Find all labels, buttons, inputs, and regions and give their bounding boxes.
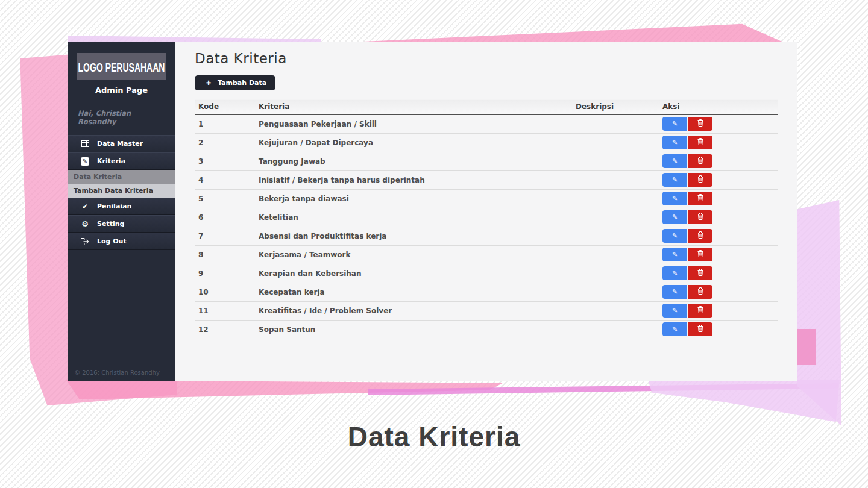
edit-button[interactable]: ✎ xyxy=(662,136,687,149)
pink-rect-right xyxy=(794,329,816,365)
cell-aksi: ✎ xyxy=(659,283,778,301)
trash-icon xyxy=(697,269,703,278)
cell-aksi: ✎ xyxy=(659,301,778,320)
pencil-icon: ✎ xyxy=(672,120,678,128)
sidebar-item-kriteria[interactable]: ✎Kriteria xyxy=(68,152,175,170)
edit-button[interactable]: ✎ xyxy=(662,154,687,168)
edit-button[interactable]: ✎ xyxy=(662,248,687,261)
cell-aksi: ✎ xyxy=(659,227,778,245)
cell-kode: 3 xyxy=(195,152,255,170)
trash-icon xyxy=(697,175,703,184)
sidebar-item-data-master[interactable]: Data Master xyxy=(68,135,175,152)
delete-button[interactable] xyxy=(688,154,712,168)
table-row: 3Tanggung Jawab✎ xyxy=(195,152,778,170)
tambah-data-label: Tambah Data xyxy=(218,79,266,87)
cell-deskripsi xyxy=(572,227,659,245)
edit-button[interactable]: ✎ xyxy=(662,210,687,224)
delete-button[interactable] xyxy=(688,322,712,336)
delete-button[interactable] xyxy=(688,304,712,318)
delete-button[interactable] xyxy=(688,285,712,299)
delete-button[interactable] xyxy=(688,248,712,261)
cell-kode: 5 xyxy=(195,189,255,208)
cell-kriteria: Kecepatan kerja xyxy=(255,283,572,301)
sidebar-item-label: Setting xyxy=(97,220,124,228)
table-row: 8Kerjasama / Teamwork✎ xyxy=(195,245,778,264)
sidebar-item-log-out[interactable]: Log Out xyxy=(68,233,175,250)
delete-button[interactable] xyxy=(688,192,712,205)
cell-kriteria: Bekerja tanpa diawasi xyxy=(255,189,572,208)
delete-button[interactable] xyxy=(688,136,712,149)
sidebar-item-tambah-data-kriteria[interactable]: Tambah Data Kriteria xyxy=(68,184,175,198)
pencil-icon: ✎ xyxy=(672,195,678,202)
edit-button[interactable]: ✎ xyxy=(662,285,687,299)
sidebar-item-data-kriteria[interactable]: Data Kriteria xyxy=(68,170,175,184)
delete-button[interactable] xyxy=(688,229,712,243)
cell-kode: 10 xyxy=(195,283,255,301)
tambah-data-button[interactable]: ✚ Tambah Data xyxy=(195,75,275,90)
edit-button[interactable]: ✎ xyxy=(662,304,687,318)
logo-text: LOGO PERUSAHAAN xyxy=(78,60,165,74)
sidebar-item-label: Data Kriteria xyxy=(74,173,122,181)
cell-kriteria: Kerjasama / Teamwork xyxy=(255,245,572,264)
company-logo: LOGO PERUSAHAAN xyxy=(77,53,166,80)
lavender-strip-top xyxy=(68,31,321,43)
delete-button[interactable] xyxy=(688,173,712,187)
trash-icon xyxy=(697,325,703,334)
sidebar-item-label: Kriteria xyxy=(97,157,125,165)
plus-icon: ✚ xyxy=(204,80,213,86)
cell-kode: 2 xyxy=(195,133,255,152)
cell-aksi: ✎ xyxy=(659,245,778,264)
cell-aksi: ✎ xyxy=(659,152,778,170)
cell-kriteria: Sopan Santun xyxy=(255,320,572,339)
edit-button[interactable]: ✎ xyxy=(662,322,687,336)
cell-deskripsi xyxy=(572,245,659,264)
sidebar-item-setting[interactable]: ⚙Setting xyxy=(68,215,175,233)
delete-button[interactable] xyxy=(688,117,712,131)
cell-deskripsi xyxy=(572,283,659,301)
table-row: 7Absensi dan Produktifitas kerja✎ xyxy=(195,227,778,245)
column-header-aksi: Aksi xyxy=(659,99,778,115)
table-row: 10Kecepatan kerja✎ xyxy=(195,283,778,301)
table-row: 12Sopan Santun✎ xyxy=(195,320,778,339)
cell-deskripsi xyxy=(572,208,659,227)
edit-button[interactable]: ✎ xyxy=(662,266,687,280)
sidebar-item-label: Penilaian xyxy=(97,202,131,210)
page-title: Data Kriteria xyxy=(195,51,778,66)
edit-button[interactable]: ✎ xyxy=(662,192,687,205)
slide-caption: Data Kriteria xyxy=(0,421,868,453)
delete-button[interactable] xyxy=(688,210,712,224)
trash-icon xyxy=(697,213,703,222)
pencil-square-icon: ✎ xyxy=(80,157,90,166)
pencil-icon: ✎ xyxy=(672,251,678,258)
cell-deskripsi xyxy=(572,114,659,133)
cell-aksi: ✎ xyxy=(659,170,778,189)
pencil-icon: ✎ xyxy=(672,176,678,184)
table-grid-icon xyxy=(80,140,90,147)
sidebar: LOGO PERUSAHAAN Admin Page Hai, Christia… xyxy=(68,42,175,381)
trash-icon xyxy=(697,250,703,259)
edit-button[interactable]: ✎ xyxy=(662,173,687,187)
trash-icon xyxy=(697,231,703,240)
pencil-icon: ✎ xyxy=(672,157,678,165)
cell-kriteria: Inisiatif / Bekerja tanpa harus diperint… xyxy=(255,170,572,189)
table-row: 9Kerapian dan Kebersihan✎ xyxy=(195,264,778,283)
sidebar-item-penilaian[interactable]: ✔Penilaian xyxy=(68,198,175,215)
trash-icon xyxy=(697,194,703,203)
cell-kriteria: Kerapian dan Kebersihan xyxy=(255,264,572,283)
cell-deskripsi xyxy=(572,320,659,339)
delete-button[interactable] xyxy=(688,266,712,280)
cell-aksi: ✎ xyxy=(659,189,778,208)
sidebar-item-label: Tambah Data Kriteria xyxy=(74,187,153,195)
cell-deskripsi xyxy=(572,133,659,152)
column-header-deskripsi: Deskripsi xyxy=(572,99,659,115)
edit-button[interactable]: ✎ xyxy=(662,117,687,131)
cell-kriteria: Ketelitian xyxy=(255,208,572,227)
cell-kode: 6 xyxy=(195,208,255,227)
table-header-row: Kode Kriteria Deskripsi Aksi xyxy=(195,99,778,115)
sidebar-menu: Data Master✎KriteriaData KriteriaTambah … xyxy=(68,135,175,250)
copyright-text: © 2016; Christian Rosandhy xyxy=(74,369,160,376)
edit-button[interactable]: ✎ xyxy=(662,229,687,243)
cell-kode: 12 xyxy=(195,320,255,339)
cell-aksi: ✎ xyxy=(659,264,778,283)
cell-deskripsi xyxy=(572,170,659,189)
